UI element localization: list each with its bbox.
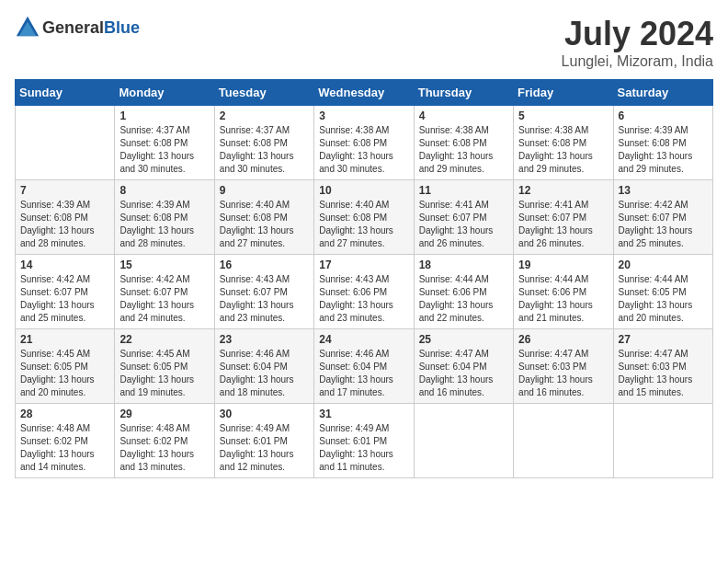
day-info: Sunrise: 4:47 AMSunset: 6:03 PMDaylight:…: [518, 348, 608, 399]
day-info: Sunrise: 4:44 AMSunset: 6:06 PMDaylight:…: [419, 273, 508, 325]
col-tuesday: Tuesday: [214, 80, 313, 106]
day-number: 8: [119, 184, 209, 197]
day-info: Sunrise: 4:37 AMSunset: 6:08 PMDaylight:…: [220, 124, 309, 176]
table-row: 11Sunrise: 4:41 AMSunset: 6:07 PMDayligh…: [414, 180, 513, 255]
table-row: 19Sunrise: 4:44 AMSunset: 6:06 PMDayligh…: [514, 255, 613, 329]
day-number: 3: [319, 109, 408, 122]
day-number: 6: [619, 109, 708, 122]
day-info: Sunrise: 4:49 AMSunset: 6:01 PMDaylight:…: [319, 422, 408, 474]
table-row: [514, 404, 613, 478]
table-row: 14Sunrise: 4:42 AMSunset: 6:07 PMDayligh…: [16, 255, 115, 329]
day-info: Sunrise: 4:39 AMSunset: 6:08 PMDaylight:…: [619, 124, 708, 176]
day-info: Sunrise: 4:45 AMSunset: 6:05 PMDaylight:…: [119, 348, 209, 399]
table-row: 18Sunrise: 4:44 AMSunset: 6:06 PMDayligh…: [414, 255, 513, 329]
table-row: 5Sunrise: 4:38 AMSunset: 6:08 PMDaylight…: [514, 106, 613, 180]
day-number: 21: [20, 333, 109, 346]
table-row: [613, 404, 712, 478]
table-row: 26Sunrise: 4:47 AMSunset: 6:03 PMDayligh…: [514, 329, 613, 404]
day-info: Sunrise: 4:37 AMSunset: 6:08 PMDaylight:…: [119, 124, 209, 176]
table-row: 25Sunrise: 4:47 AMSunset: 6:04 PMDayligh…: [414, 329, 513, 404]
col-wednesday: Wednesday: [314, 80, 414, 106]
table-row: [16, 106, 115, 180]
day-number: 29: [119, 408, 209, 420]
calendar-week-2: 7Sunrise: 4:39 AMSunset: 6:08 PMDaylight…: [16, 180, 713, 255]
table-row: 24Sunrise: 4:46 AMSunset: 6:04 PMDayligh…: [314, 329, 414, 404]
col-friday: Friday: [514, 80, 613, 106]
title-section: July 2024 Lunglei, Mizoram, India: [562, 15, 713, 70]
day-info: Sunrise: 4:41 AMSunset: 6:07 PMDaylight:…: [518, 199, 608, 250]
table-row: 7Sunrise: 4:39 AMSunset: 6:08 PMDaylight…: [16, 180, 115, 255]
location-title: Lunglei, Mizoram, India: [562, 53, 713, 70]
calendar-week-1: 1Sunrise: 4:37 AMSunset: 6:08 PMDaylight…: [16, 106, 713, 180]
col-sunday: Sunday: [16, 80, 115, 106]
day-number: 19: [518, 259, 608, 271]
calendar-week-3: 14Sunrise: 4:42 AMSunset: 6:07 PMDayligh…: [16, 255, 713, 329]
day-number: 13: [619, 184, 708, 197]
table-row: 13Sunrise: 4:42 AMSunset: 6:07 PMDayligh…: [613, 180, 712, 255]
table-row: 1Sunrise: 4:37 AMSunset: 6:08 PMDaylight…: [115, 106, 214, 180]
table-row: 3Sunrise: 4:38 AMSunset: 6:08 PMDaylight…: [314, 106, 414, 180]
table-row: 9Sunrise: 4:40 AMSunset: 6:08 PMDaylight…: [214, 180, 313, 255]
table-row: 23Sunrise: 4:46 AMSunset: 6:04 PMDayligh…: [214, 329, 313, 404]
calendar-header-row: Sunday Monday Tuesday Wednesday Thursday…: [16, 80, 713, 106]
table-row: 21Sunrise: 4:45 AMSunset: 6:05 PMDayligh…: [16, 329, 115, 404]
day-number: 4: [419, 109, 508, 122]
day-info: Sunrise: 4:44 AMSunset: 6:06 PMDaylight:…: [518, 273, 608, 325]
table-row: [414, 404, 513, 478]
table-row: 28Sunrise: 4:48 AMSunset: 6:02 PMDayligh…: [16, 404, 115, 478]
day-info: Sunrise: 4:42 AMSunset: 6:07 PMDaylight:…: [619, 199, 708, 250]
day-number: 7: [20, 184, 109, 197]
table-row: 31Sunrise: 4:49 AMSunset: 6:01 PMDayligh…: [314, 404, 414, 478]
day-number: 25: [419, 333, 508, 346]
day-number: 15: [119, 259, 209, 271]
day-number: 30: [220, 408, 309, 420]
table-row: 12Sunrise: 4:41 AMSunset: 6:07 PMDayligh…: [514, 180, 613, 255]
day-number: 5: [518, 109, 608, 122]
day-info: Sunrise: 4:42 AMSunset: 6:07 PMDaylight:…: [20, 273, 109, 325]
col-monday: Monday: [115, 80, 214, 106]
day-info: Sunrise: 4:47 AMSunset: 6:03 PMDaylight:…: [619, 348, 708, 399]
day-number: 23: [220, 333, 309, 346]
table-row: 15Sunrise: 4:42 AMSunset: 6:07 PMDayligh…: [115, 255, 214, 329]
table-row: 30Sunrise: 4:49 AMSunset: 6:01 PMDayligh…: [214, 404, 313, 478]
logo-icon: [15, 15, 40, 40]
day-number: 20: [619, 259, 708, 271]
day-number: 10: [319, 184, 408, 197]
day-number: 22: [119, 333, 209, 346]
day-number: 26: [518, 333, 608, 346]
col-saturday: Saturday: [613, 80, 712, 106]
day-number: 27: [619, 333, 708, 346]
table-row: 17Sunrise: 4:43 AMSunset: 6:06 PMDayligh…: [314, 255, 414, 329]
day-number: 31: [319, 408, 408, 420]
day-info: Sunrise: 4:40 AMSunset: 6:08 PMDaylight:…: [319, 199, 408, 250]
day-info: Sunrise: 4:43 AMSunset: 6:07 PMDaylight:…: [220, 273, 309, 325]
day-number: 28: [20, 408, 109, 420]
day-number: 18: [419, 259, 508, 271]
calendar-week-4: 21Sunrise: 4:45 AMSunset: 6:05 PMDayligh…: [16, 329, 713, 404]
logo-blue: Blue: [104, 18, 140, 37]
day-info: Sunrise: 4:39 AMSunset: 6:08 PMDaylight:…: [20, 199, 109, 250]
col-thursday: Thursday: [414, 80, 513, 106]
day-info: Sunrise: 4:38 AMSunset: 6:08 PMDaylight:…: [319, 124, 408, 176]
day-info: Sunrise: 4:47 AMSunset: 6:04 PMDaylight:…: [419, 348, 508, 399]
day-number: 12: [518, 184, 608, 197]
day-number: 9: [220, 184, 309, 197]
table-row: 20Sunrise: 4:44 AMSunset: 6:05 PMDayligh…: [613, 255, 712, 329]
day-info: Sunrise: 4:49 AMSunset: 6:01 PMDaylight:…: [220, 422, 309, 474]
day-number: 2: [220, 109, 309, 122]
table-row: 6Sunrise: 4:39 AMSunset: 6:08 PMDaylight…: [613, 106, 712, 180]
table-row: 10Sunrise: 4:40 AMSunset: 6:08 PMDayligh…: [314, 180, 414, 255]
day-info: Sunrise: 4:42 AMSunset: 6:07 PMDaylight:…: [119, 273, 209, 325]
day-info: Sunrise: 4:38 AMSunset: 6:08 PMDaylight:…: [518, 124, 608, 176]
day-info: Sunrise: 4:40 AMSunset: 6:08 PMDaylight:…: [220, 199, 309, 250]
table-row: 2Sunrise: 4:37 AMSunset: 6:08 PMDaylight…: [214, 106, 313, 180]
month-title: July 2024: [562, 15, 713, 53]
calendar-table: Sunday Monday Tuesday Wednesday Thursday…: [15, 79, 713, 478]
day-info: Sunrise: 4:38 AMSunset: 6:08 PMDaylight:…: [419, 124, 508, 176]
day-info: Sunrise: 4:46 AMSunset: 6:04 PMDaylight:…: [220, 348, 309, 399]
day-number: 24: [319, 333, 408, 346]
day-info: Sunrise: 4:44 AMSunset: 6:05 PMDaylight:…: [619, 273, 708, 325]
table-row: 4Sunrise: 4:38 AMSunset: 6:08 PMDaylight…: [414, 106, 513, 180]
logo: GeneralBlue: [15, 15, 140, 40]
table-row: 8Sunrise: 4:39 AMSunset: 6:08 PMDaylight…: [115, 180, 214, 255]
